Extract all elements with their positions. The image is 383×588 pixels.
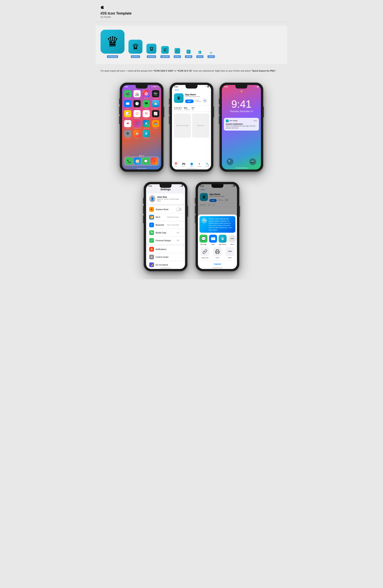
list-item[interactable]: 🌸 Photos — [142, 90, 150, 99]
list-item[interactable]: ✉️ Mail — [124, 100, 132, 109]
more-button[interactable]: ••• — [203, 99, 207, 103]
airplane-toggle[interactable] — [176, 208, 182, 211]
clock-icon: 🕐 — [133, 100, 141, 107]
dock-messages-icon: 💬 — [142, 158, 149, 165]
list-item[interactable]: ⚙ Settings — [124, 130, 132, 139]
lock-bottom-icons: 🔦 📷 — [222, 158, 261, 165]
share-actions-row: Copy Link Print — [199, 247, 235, 259]
print-icon — [213, 247, 222, 256]
share-more-icon: ••• — [228, 235, 236, 243]
share-action-more[interactable]: ••• More — [226, 247, 234, 259]
tab-updates[interactable]: ⬇ Updates — [195, 162, 203, 167]
tab-search-label: Search — [205, 166, 209, 167]
list-item[interactable]: 📚 iBooks — [152, 120, 160, 129]
list-item[interactable]: ⛅ Weather — [152, 100, 160, 109]
age-sub: Age — [192, 109, 194, 110]
dock: 📞 🧭 💬 ♪ — [124, 156, 160, 166]
news-label: News — [145, 118, 148, 119]
tab-search-icon: 🔍 — [206, 162, 209, 166]
list-item[interactable]: 🕐 Clock — [133, 100, 141, 109]
back-button[interactable]: ‹ Back — [174, 89, 209, 91]
phone-share-screen: 9:41 ▪▪▪ ▊ ‹ Back ♛ — [198, 184, 237, 269]
stars: ★★★★★ — [174, 107, 182, 109]
facetime-label: FaceTime — [125, 98, 130, 99]
phone-left-btn3 — [169, 116, 170, 124]
lock-notification: APP NAME NOW Custom Notification This is… — [224, 118, 259, 131]
share-app-message[interactable]: 💬 Message — [199, 235, 208, 245]
settings-airplane-row[interactable]: ✈ Airplane Mode — [147, 206, 184, 213]
list-item[interactable]: ♛ App Name — [142, 130, 150, 139]
share-app-appname[interactable]: ♛ App Name — [219, 235, 227, 245]
share-action-print[interactable]: Print — [213, 247, 222, 259]
list-item[interactable]: N News — [142, 110, 150, 119]
notes-label: Notes — [126, 118, 129, 119]
health-icon: ❤ — [124, 120, 131, 127]
export-hint: For quick export all icons -> select all… — [96, 67, 287, 77]
settings-hotspot-row[interactable]: 🔗 Personal Hotspot Off › — [147, 237, 184, 244]
list-item[interactable]: 🏠 Home — [133, 130, 141, 139]
time: 9:41 — [125, 86, 128, 88]
phone-share: 9:41 ▪▪▪ ▊ ‹ Back ♛ — [195, 182, 239, 271]
battery-icon: 🔋 — [157, 86, 159, 87]
share-app-mail[interactable]: ✉️ Mail — [209, 235, 217, 245]
settings-controlcenter-row[interactable]: ⊞ Control Center › — [147, 253, 184, 261]
list-item[interactable]: 📈 Stocks — [152, 110, 160, 119]
icons-section: ♛ 1024x1024 ♛ 512x512 ♛ 256x256 ♛ 128x12… — [96, 26, 287, 64]
phone-left-btn3 — [195, 215, 195, 223]
status-icons: ▪▪▪ ▊ — [180, 185, 183, 187]
share-action-copylink[interactable]: Copy Link — [200, 247, 209, 259]
tab-today[interactable]: 📅 Today — [172, 162, 180, 167]
settings-notifications-row[interactable]: 🔔 Notifications › — [147, 245, 184, 253]
print-label: Print — [216, 257, 219, 259]
get-button[interactable]: GET — [185, 100, 194, 103]
list-item[interactable]: 📷 Camera — [152, 90, 160, 99]
no1-label: No1 — [184, 107, 190, 109]
dock-phone[interactable]: 📞 — [126, 158, 133, 165]
settings-title: Settings — [148, 188, 183, 191]
list-item[interactable]: APR 28 Calendar — [133, 90, 141, 99]
tab-apps[interactable]: 🔷 Apps — [188, 162, 195, 167]
cancel-button[interactable]: Cancel — [199, 261, 235, 267]
maps-icon: 🗺 — [143, 100, 150, 107]
share-more[interactable]: ••• More — [228, 235, 236, 245]
settings-wifi-row[interactable]: 📶 Wi-Fi Network Name › — [147, 213, 184, 221]
dock-safari[interactable]: 🧭 — [134, 158, 141, 165]
signal-icon: ▪▪▪ — [180, 186, 181, 187]
list-item[interactable]: 📝 Notes — [124, 110, 132, 119]
flashlight-icon[interactable]: 🔦 — [227, 158, 234, 165]
icon-item-16: 16x16 — [208, 52, 215, 58]
news-icon: N — [143, 110, 150, 117]
tab-games[interactable]: 🎮 Games — [180, 162, 188, 167]
age-group: 17+ Age — [192, 107, 194, 110]
calendar-label: Calendar — [135, 98, 139, 99]
list-item[interactable]: 🎵 iTunes Store — [133, 120, 141, 129]
settings-profile[interactable]: 👤 John Doe Apple ID, iCloud, iTunes & Ap… — [147, 194, 184, 204]
dock-messages[interactable]: 💬 — [142, 158, 149, 165]
no1-sub: Category — [184, 109, 190, 110]
share-messages-label: Message — [200, 243, 207, 245]
list-item[interactable]: 📹 FaceTime — [124, 90, 132, 99]
list-item[interactable]: ❤ Health — [124, 120, 132, 129]
facetime-icon: 📹 — [124, 90, 131, 97]
settings-mobiledata-row[interactable]: 📡 Mobile Data Off › — [147, 229, 184, 237]
list-item[interactable]: ☑ Reminders — [133, 110, 141, 119]
notes-icon: 📝 — [124, 110, 131, 117]
list-item[interactable]: A App Store — [142, 120, 150, 129]
status-icons: ▪▪▪ ▊ — [206, 86, 209, 87]
phone-home: 9:41 ▪▪▪ WiFi 🔋 📹 FaceTime APR 28 — [120, 83, 164, 172]
share-more-label: More — [230, 243, 234, 245]
photos-label: Photos — [144, 98, 148, 99]
phone-left-btn3 — [219, 116, 219, 124]
share-bg: 9:41 ▪▪▪ ▊ ‹ Back ♛ — [198, 184, 237, 269]
phone-appstore-screen: 9:41 ▪▪▪ ▊ ‹ Back ♛ App Name — [172, 85, 211, 170]
dock-music[interactable]: ♪ — [151, 158, 158, 165]
icon-item-256: ♛ 256x256 — [147, 44, 156, 58]
lock-notif-title: Custom Notification — [226, 123, 257, 125]
settings-bluetooth-row[interactable]: 🔷 Bluetooth Not Connected › — [147, 221, 184, 229]
camera-lock-icon[interactable]: 📷 — [249, 158, 256, 165]
tab-updates-icon: ⬇ — [198, 162, 200, 166]
tab-today-icon: 📅 — [174, 162, 177, 166]
tab-search[interactable]: 🔍 Search — [203, 162, 211, 167]
list-item[interactable]: 🗺 Maps — [142, 100, 150, 109]
lock-time: 9:41 Thursday, December 12 — [222, 99, 261, 112]
